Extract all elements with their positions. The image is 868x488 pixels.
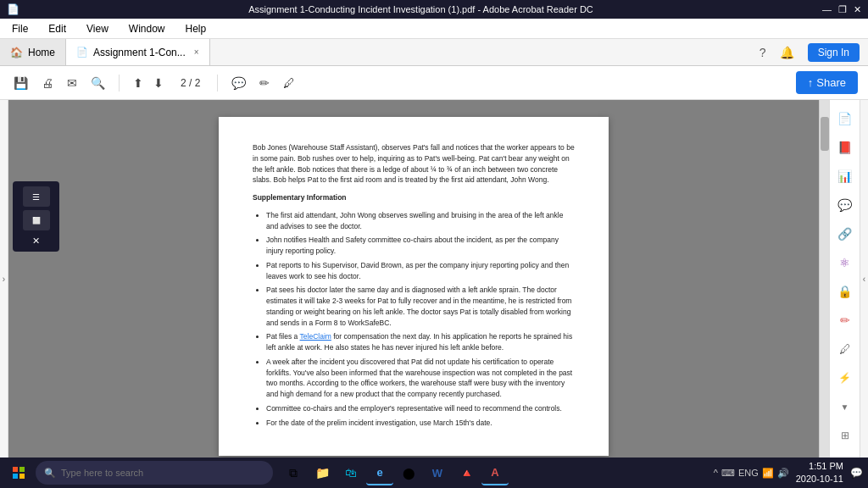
panel-thumbnail-icon[interactable]: ☰ <box>23 186 50 207</box>
minimize-button[interactable]: — <box>822 4 832 15</box>
pdf-bullet-list: The first aid attendant, John Wong obser… <box>266 210 575 429</box>
share-icon: ↑ <box>808 76 814 89</box>
toolbar-right: ↑ Share <box>796 71 858 94</box>
toolbar-divider2 <box>217 75 218 92</box>
home-icon: 🏠 <box>10 47 23 58</box>
notification-center-icon[interactable]: 💬 <box>850 467 863 479</box>
taskbar-store[interactable]: 🛍 <box>337 460 364 485</box>
sidebar-edit-icon[interactable]: ✏ <box>833 308 857 332</box>
title-bar-icon: 📄 <box>7 3 19 15</box>
pdf-bullet-4: Pat files a TeleClaim for compensation t… <box>266 331 575 353</box>
tab-bar: 🏠 Home 📄 Assignment 1-Con... × ? 🔔 Sign … <box>0 39 868 66</box>
search-input[interactable] <box>61 468 248 478</box>
scroll-thumb[interactable] <box>821 117 829 151</box>
print-icon[interactable]: 🖨 <box>38 73 57 93</box>
sidebar-pdf-icon[interactable]: 📄 <box>833 107 857 130</box>
menu-edit[interactable]: Edit <box>43 21 71 36</box>
sidebar-more-icon[interactable]: ▼ <box>833 395 857 419</box>
taskview-icon: ⧉ <box>289 466 298 480</box>
taskbar-apps: ⧉ 📁 🛍 e ⬤ W 🔺 A <box>280 460 509 485</box>
clock-date: 2020-10-11 <box>796 473 843 485</box>
prev-page-button[interactable]: ⬆ <box>130 73 147 93</box>
taskbar-edge[interactable]: e <box>366 460 393 485</box>
maximize-button[interactable]: ❐ <box>838 4 847 15</box>
comment-icon[interactable]: 💬 <box>228 73 249 93</box>
main-area: ☰ ⬜ ✕ › Bob Jones (Warehouse Staff Assis… <box>0 100 868 458</box>
tab-doc-label: Assignment 1-Con... <box>93 47 186 58</box>
taskbar-fileexplorer[interactable]: 📁 <box>309 460 336 485</box>
notification-icon[interactable]: 🔔 <box>780 46 794 59</box>
volume-icon[interactable]: 🔊 <box>777 468 789 479</box>
page-info: 2 / 2 <box>174 77 207 89</box>
taskbar-vlc[interactable]: 🔺 <box>453 460 480 485</box>
start-button[interactable] <box>5 460 32 485</box>
page-separator: / <box>189 77 195 89</box>
menu-help[interactable]: Help <box>181 21 212 36</box>
close-button[interactable]: ✕ <box>854 4 861 15</box>
taskbar: 🔍 ⧉ 📁 🛍 e ⬤ W 🔺 A ^ ⌨ ENG <box>0 458 868 488</box>
taskbar-chrome[interactable]: ⬤ <box>395 460 422 485</box>
taskbar-word[interactable]: W <box>424 460 451 485</box>
pdf-bullet-5: A week after the incident you discovered… <box>266 357 575 400</box>
keyboard-icon[interactable]: ⌨ <box>721 468 735 479</box>
store-icon: 🛍 <box>345 466 357 480</box>
sidebar-comment-icon[interactable]: 💬 <box>833 193 857 217</box>
search-icon[interactable]: 🔍 <box>87 73 108 93</box>
panel-close-button[interactable]: ✕ <box>32 236 40 247</box>
sidebar-grid-icon[interactable]: ⊞ <box>833 424 857 447</box>
taskbar-right: ^ ⌨ ENG 📶 🔊 1:51 PM 2020-10-11 💬 <box>714 460 863 486</box>
taskbar-taskview[interactable]: ⧉ <box>280 460 307 485</box>
pdf-bullet-6: Committee co-chairs and the employer's r… <box>266 403 575 414</box>
scroll-bar[interactable] <box>819 100 829 458</box>
right-arrow-icon: ‹ <box>863 274 865 284</box>
sign-in-button[interactable]: Sign In <box>808 43 860 62</box>
chevron-up-icon[interactable]: ^ <box>714 468 718 478</box>
sidebar-bookmark-icon[interactable]: 📕 <box>833 136 857 159</box>
pdf-supplementary-heading: Supplementary Information <box>253 192 575 203</box>
taskbar-acrobat[interactable]: A <box>481 460 509 485</box>
tab-home[interactable]: 🏠 Home <box>0 39 66 65</box>
menu-window[interactable]: Window <box>124 21 170 36</box>
vlc-icon: 🔺 <box>459 466 474 480</box>
teleclaim-link[interactable]: TeleClaim <box>300 332 331 341</box>
next-page-button[interactable]: ⬇ <box>150 73 167 93</box>
tab-document[interactable]: 📄 Assignment 1-Con... × <box>66 39 210 65</box>
save-icon[interactable]: 💾 <box>10 73 31 93</box>
help-icon[interactable]: ? <box>760 46 766 59</box>
taskbar-system-icons: ^ ⌨ ENG 📶 🔊 <box>714 468 789 479</box>
svg-rect-0 <box>13 467 18 472</box>
panel-bookmark-icon[interactable]: ⬜ <box>23 210 50 230</box>
pdf-bullet-1: John notifies Health and Safety committe… <box>266 235 575 257</box>
toolbar-divider <box>119 75 120 92</box>
menu-file[interactable]: File <box>7 21 33 36</box>
highlight-icon[interactable]: 🖊 <box>280 73 298 93</box>
search-bar[interactable]: 🔍 <box>36 461 273 485</box>
tab-doc-icon: 📄 <box>76 47 88 58</box>
pdf-page: Bob Jones (Warehouse Staff Assistant), o… <box>219 117 609 456</box>
sidebar-pen-icon[interactable]: 🖊 <box>833 337 857 361</box>
share-button[interactable]: ↑ Share <box>796 71 858 94</box>
clock-time: 1:51 PM <box>796 460 843 473</box>
network-icon[interactable]: 📶 <box>762 468 774 479</box>
acrobat-icon: A <box>491 466 498 479</box>
nav-arrows: ⬆ ⬇ <box>130 73 167 93</box>
sidebar-apps-icon[interactable]: ⚛ <box>833 251 857 274</box>
tab-home-label: Home <box>28 47 55 58</box>
sidebar-security-icon[interactable]: 🔒 <box>833 280 857 303</box>
sidebar-action-icon[interactable]: ⚡ <box>833 366 857 390</box>
edge-icon: e <box>376 466 382 479</box>
menu-view[interactable]: View <box>81 21 114 36</box>
sidebar-link-icon[interactable]: 🔗 <box>833 222 857 246</box>
pdf-bullet-2: Pat reports to his Supervisor, David Bro… <box>266 260 575 282</box>
left-panel-toggle[interactable]: › <box>0 100 8 458</box>
right-panel-toggle[interactable]: ‹ <box>860 100 868 458</box>
title-bar-title: Assignment 1-Conducting Incident Investi… <box>19 4 822 14</box>
right-sidebar: 📄 📕 📊 💬 🔗 ⚛ 🔒 ✏ 🖊 ⚡ ▼ ⊞ <box>829 100 860 458</box>
tab-close-button[interactable]: × <box>194 47 199 57</box>
toolbar: 💾 🖨 ✉ 🔍 ⬆ ⬇ 2 / 2 💬 ✏ 🖊 ↑ Share <box>0 66 868 100</box>
page-current: 2 <box>181 77 186 89</box>
email-icon[interactable]: ✉ <box>64 73 81 93</box>
pen-icon[interactable]: ✏ <box>256 73 273 93</box>
document-viewer[interactable]: Bob Jones (Warehouse Staff Assistant), o… <box>8 100 819 458</box>
sidebar-export-icon[interactable]: 📊 <box>833 164 857 188</box>
